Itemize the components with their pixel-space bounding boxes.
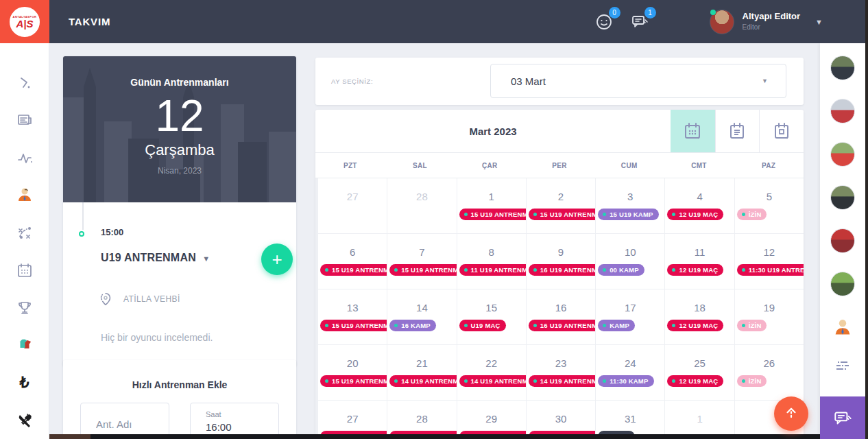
calendar-day-cell[interactable]: 2917 U19 ANTRENMAN (457, 401, 526, 439)
mood-notifications-button[interactable]: 0 (594, 12, 615, 32)
calendar-day-cell[interactable]: 615 U19 ANTRENMAN (318, 234, 387, 289)
sidebar-trophy-icon[interactable] (0, 289, 49, 327)
quick-add-title: Hızlı Antrenman Ekle (63, 379, 296, 390)
sidebar-nutrition-icon[interactable] (0, 401, 49, 439)
event-badge[interactable]: 15 U19 ANTRENMAN (320, 375, 387, 387)
event-badge[interactable]: 15 U19 KAMP (598, 209, 658, 220)
staff-avatar[interactable] (830, 228, 855, 253)
calendar-day-cell[interactable]: 2015 U19 ANTRENMAN (318, 345, 387, 400)
calendar-day-cell[interactable]: 811 U19 ANTRENMAN (457, 234, 526, 289)
roster-list-button[interactable] (830, 353, 855, 378)
app-logo[interactable]: ANTALYASPOR A|S (0, 0, 49, 43)
calendar-day-cell[interactable]: 2114 U19 ANTRENMAN (387, 345, 456, 400)
event-title[interactable]: U19 ANTRENMAN ▼ (101, 252, 210, 264)
event-badge[interactable]: 16 KAMP (389, 320, 436, 331)
calendar-day-cell[interactable]: 28 (387, 178, 456, 233)
event-badge[interactable]: 16 U19 ANTRENMAN (529, 320, 595, 331)
event-badge[interactable]: İZİN (737, 320, 767, 331)
event-badge[interactable]: 12 U19 MAÇ (667, 209, 723, 220)
calendar-day-cell[interactable]: 1000 KAMP (596, 234, 664, 289)
sidebar-lira-icon[interactable]: ₺ (0, 364, 49, 402)
calendar-day-cell[interactable]: 2717 U19 ANTRENMAN (318, 401, 387, 439)
month-select[interactable]: 03 Mart ▼ (490, 64, 786, 98)
event-badge[interactable]: 11 U19 ANTRENMAN (459, 264, 526, 276)
day-number: 27 (318, 191, 387, 202)
event-badge[interactable]: 12 U19 MAÇ (667, 264, 723, 276)
day-view-toggle[interactable] (759, 110, 804, 152)
calendar-day-cell[interactable]: 315 U19 KAMP (596, 178, 664, 233)
calendar-day-cell[interactable]: 115 U19 ANTRENMAN (457, 178, 526, 233)
calendar-day-cell[interactable]: 1211:30 U19 ANTRENMAN (735, 234, 804, 289)
sidebar-news-icon[interactable] (0, 102, 49, 139)
event-badge[interactable]: 15 U19 ANTRENMAN (459, 209, 526, 220)
add-training-button[interactable]: + (261, 244, 293, 275)
staff-avatar[interactable] (830, 56, 855, 80)
messages-button[interactable]: 1 (630, 12, 651, 32)
event-badge[interactable]: 12 U19 MAÇ (667, 320, 723, 331)
calendar-day-cell[interactable]: 26İZİN (735, 345, 804, 400)
calendar-day-cell[interactable]: 19İZİN (735, 289, 804, 344)
training-name-input[interactable] (96, 418, 165, 430)
staff-avatar[interactable] (830, 185, 855, 210)
today-card-header: Günün Antrenmanları 12 Çarşamba Nisan, 2… (63, 56, 296, 202)
calendar-day-cell[interactable]: 17KAMP (596, 289, 664, 344)
event-badge[interactable]: 15 U19 ANTRENMAN (320, 264, 387, 276)
sidebar-calendar-icon[interactable] (0, 252, 49, 289)
calendar-day-cell[interactable]: 215 U19 ANTRENMAN (527, 178, 595, 233)
scroll-to-top-button[interactable] (774, 396, 808, 431)
sidebar-tactics-icon[interactable] (0, 214, 49, 252)
event-badge[interactable]: U19 MAÇ (459, 320, 506, 331)
calendar-day-cell[interactable]: 15U19 MAÇ (457, 289, 526, 344)
sidebar-jerseys-icon[interactable] (0, 327, 49, 364)
event-badge[interactable]: 15 U19 ANTRENMAN (389, 264, 456, 276)
calendar-day-cell[interactable]: 2314 U19 ANTRENMAN (527, 345, 595, 400)
event-badge[interactable]: İZİN (737, 375, 767, 387)
sidebar-player-button[interactable] (830, 315, 855, 340)
calendar-day-cell[interactable]: 1 (665, 401, 734, 439)
event-badge[interactable]: 14 U19 ANTRENMAN (529, 375, 595, 387)
sidebar-collapse-arrow-icon[interactable] (0, 64, 49, 102)
calendar-day-cell[interactable]: 1416 KAMP (387, 289, 456, 344)
calendar-day-cell[interactable]: 1616 U19 ANTRENMAN (527, 289, 595, 344)
day-number: 17 (596, 302, 664, 313)
staff-avatar[interactable] (830, 272, 855, 296)
event-label: 16 U19 ANTRENMAN (540, 266, 595, 274)
calendar-day-cell[interactable]: 31KAMP (596, 401, 664, 439)
day-number: 30 (527, 413, 595, 425)
event-badge[interactable]: 11:30 U19 ANTRENMAN (737, 264, 804, 276)
event-badge[interactable]: 15 U19 ANTRENMAN (529, 209, 595, 220)
calendar-day-cell[interactable]: 2214 U19 ANTRENMAN (457, 345, 526, 400)
calendar-day-cell[interactable]: 1812 U19 MAÇ (665, 289, 734, 344)
calendar-day-cell[interactable]: 1315 U19 ANTRENMAN (318, 289, 387, 344)
event-badge[interactable]: 00 KAMP (598, 264, 644, 276)
calendar-day-cell[interactable]: 2512 U19 MAÇ (665, 345, 734, 400)
chevron-down-icon: ▼ (200, 254, 210, 263)
event-badge[interactable]: 11:30 KAMP (598, 375, 653, 387)
sidebar-player-icon[interactable] (0, 176, 49, 214)
chat-panel-button[interactable] (820, 396, 865, 439)
staff-avatar[interactable] (830, 142, 855, 167)
calendar-day-cell[interactable]: 2811 U19 HAZIRLIK M (387, 401, 456, 439)
event-badge[interactable]: KAMP (598, 320, 635, 331)
agenda-view-toggle[interactable] (715, 110, 760, 152)
staff-avatar[interactable] (830, 99, 855, 123)
event-badge[interactable]: 14 U19 ANTRENMAN (389, 375, 456, 387)
calendar-day-cell[interactable]: 715 U19 ANTRENMAN (387, 234, 456, 289)
calendar-day-cell[interactable]: 916 U19 ANTRENMAN (527, 234, 595, 289)
event-label: 12 U19 MAÇ (679, 322, 718, 329)
sidebar-activity-icon[interactable] (0, 139, 49, 176)
calendar-day-cell[interactable]: 1112 U19 MAÇ (665, 234, 734, 289)
event-badge[interactable]: 12 U19 MAÇ (667, 375, 723, 387)
user-menu[interactable]: Altyapı Editor Editor ▼ (710, 10, 823, 34)
calendar-day-cell[interactable]: 3017 U19 ANTRENMAN (527, 401, 595, 439)
calendar-day-cell[interactable]: 5İZİN (735, 178, 804, 233)
event-badge[interactable]: 15 U19 ANTRENMAN (320, 320, 387, 331)
calendar-day-cell[interactable]: 412 U19 MAÇ (665, 178, 734, 233)
calendar-day-cell[interactable]: 27 (318, 178, 387, 233)
event-badge[interactable]: 16 U19 ANTRENMAN (529, 264, 595, 276)
event-badge[interactable]: İZİN (737, 209, 767, 220)
time-field-value[interactable]: 16:00 (206, 421, 278, 433)
month-view-toggle[interactable] (671, 110, 715, 152)
calendar-day-cell[interactable]: 2411:30 KAMP (596, 345, 664, 400)
event-badge[interactable]: 14 U19 ANTRENMAN (459, 375, 526, 387)
